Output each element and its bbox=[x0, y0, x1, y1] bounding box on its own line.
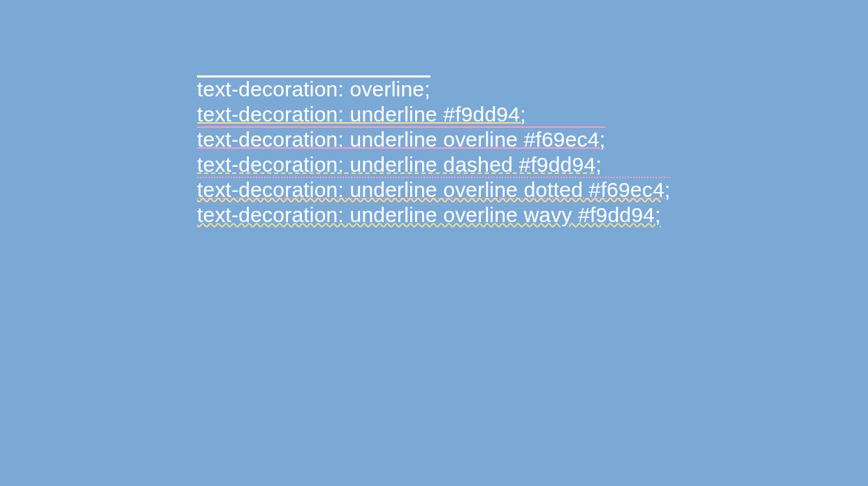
example-underline-overline-dotted-pink: text-decoration: underline overline dott… bbox=[197, 178, 670, 201]
example-underline-dashed-yellow: text-decoration: underline dashed #f9dd9… bbox=[197, 153, 602, 176]
example-stage: text-decoration: overline; text-decorati… bbox=[0, 0, 868, 486]
example-underline-overline-wavy-yellow: text-decoration: underline overline wavy… bbox=[197, 203, 661, 226]
example-underline-yellow: text-decoration: underline #f9dd94; bbox=[197, 103, 526, 126]
example-underline-overline-pink: text-decoration: underline overline #f69… bbox=[197, 128, 605, 151]
example-overline: text-decoration: overline; bbox=[197, 78, 431, 101]
